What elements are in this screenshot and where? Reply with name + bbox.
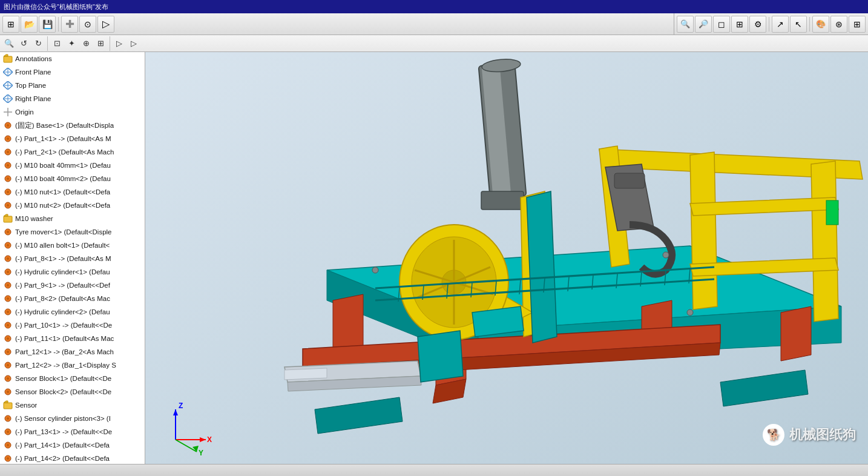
svg-point-20 — [7, 164, 9, 167]
tb2-view[interactable]: ⊡ — [50, 37, 64, 50]
tree-item-sensorcylpiston3[interactable]: (-) Sensor cylinder piston<3> (I — [0, 412, 145, 425]
tree-icon-m10nut2 — [2, 200, 13, 211]
save-button[interactable]: 💾 — [39, 16, 56, 33]
arrow-right-button[interactable]: ▷ — [97, 16, 114, 33]
svg-point-36 — [7, 271, 9, 273]
tree-label-part9-1: (-) Part_9<1> -> (Default<<Def — [15, 282, 110, 289]
svg-rect-55 — [4, 403, 12, 409]
tr-grid2-button[interactable]: ⊞ — [849, 16, 866, 33]
svg-point-48 — [7, 351, 9, 353]
tree-item-part8-2[interactable]: (-) Part_8<2> (Default<As Mac — [0, 292, 145, 305]
tree-item-origin[interactable]: Origin — [0, 105, 145, 119]
svg-point-50 — [7, 364, 9, 366]
svg-point-40 — [7, 297, 9, 300]
tree-item-tyremover1[interactable]: Tyre mover<1> (Default<Disple — [0, 225, 145, 239]
svg-point-18 — [7, 151, 9, 153]
tree-icon-front-plane — [2, 67, 13, 78]
tree-item-base1[interactable]: (固定) Base<1> (Default<Displa — [0, 119, 145, 132]
svg-point-42 — [7, 311, 9, 313]
tree-item-top-plane[interactable]: Top Plane — [0, 79, 145, 92]
tree-icon-part13-1 — [2, 426, 13, 437]
tree-label-top-plane: Top Plane — [15, 82, 46, 89]
tree-item-sensor[interactable]: Sensor — [0, 398, 145, 412]
tb2-undo[interactable]: ↺ — [17, 37, 30, 50]
tree-item-hydcyl1[interactable]: (-) Hydrulic cylinder<1> (Defau — [0, 265, 145, 279]
tree-item-right-plane[interactable]: Right Plane — [0, 92, 145, 105]
tree-item-part14-2[interactable]: (-) Part_14<2> (Default<<Defa — [0, 452, 145, 464]
watermark-text: 图片由微信公众号"机械图纸狗"发布 — [4, 2, 108, 12]
tree-icon-top-plane — [2, 80, 13, 91]
tree-item-part11-1[interactable]: (-) Part_11<1> (Default<As Mac — [0, 332, 145, 345]
tree-icon-right-plane — [2, 93, 13, 104]
tree-item-m10washer[interactable]: M10 washer — [0, 212, 145, 225]
tree-item-part12-2[interactable]: Part_12<2> -> (Bar_1<Display S — [0, 359, 145, 372]
tree-item-annotations[interactable]: Annotations — [0, 52, 145, 65]
rotate-button[interactable]: ⊙ — [79, 16, 96, 33]
tree-item-front-plane[interactable]: Front Plane — [0, 65, 145, 79]
tr-arrow2-button[interactable]: ↖ — [790, 16, 807, 33]
tree-item-m10nut2[interactable]: (-) M10 nut<2> (Default<<Defa — [0, 199, 145, 212]
tree-item-part14-1[interactable]: (-) Part_14<1> (Default<<Defa — [0, 438, 145, 452]
tree-item-m10bolt40-1[interactable]: (-) M10 boalt 40mm<1> (Defau — [0, 159, 145, 172]
new-button[interactable]: ⊞ — [2, 16, 19, 33]
tree-label-hydcyl1: (-) Hydrulic cylinder<1> (Defau — [15, 268, 110, 276]
add-button[interactable]: ✚ — [61, 16, 78, 33]
tr-view-button[interactable]: ◻ — [713, 16, 730, 33]
svg-point-60 — [7, 431, 9, 433]
tr-grid-button[interactable]: ⊞ — [731, 16, 748, 33]
tb2-play1[interactable]: ▷ — [113, 37, 126, 50]
tree-label-m10washer: M10 washer — [15, 215, 53, 222]
tree-item-m10bolt40-2[interactable]: (-) M10 boalt 40mm<2> (Defau — [0, 172, 145, 185]
status-bar — [0, 464, 868, 476]
tb2-redo[interactable]: ↻ — [31, 37, 45, 50]
svg-rect-0 — [4, 56, 12, 62]
tb2-play2[interactable]: ▷ — [127, 37, 140, 50]
tree-item-m10allenbolt1[interactable]: (-) M10 allen bolt<1> (Default< — [0, 239, 145, 252]
tree-label-front-plane: Front Plane — [15, 68, 51, 76]
tree-label-part14-2: (-) Part_14<2> (Default<<Defa — [15, 455, 110, 462]
tb2-grid[interactable]: ⊞ — [94, 37, 107, 50]
svg-text:Y: Y — [199, 449, 203, 457]
tr-zoom-button[interactable]: 🔎 — [695, 16, 712, 33]
3d-viewport[interactable]: Z X Y 🐕 机械图纸狗 — [145, 52, 868, 464]
svg-point-38 — [7, 284, 9, 286]
tree-item-part1[interactable]: (-) Part_1<1> -> (Default<As M — [0, 132, 145, 145]
tree-label-part11-1: (-) Part_11<1> (Default<As Mac — [15, 335, 114, 342]
tree-icon-sensor — [2, 400, 13, 411]
tree-item-m10nut1[interactable]: (-) M10 nut<1> (Default<<Defa — [0, 185, 145, 199]
tree-item-part2[interactable]: (-) Part_2<1> (Default<As Mach — [0, 145, 145, 159]
tree-icon-sensorblock2 — [2, 386, 13, 397]
tree-label-hydcyl2: (-) Hydrulic cylinder<2> (Defau — [15, 308, 110, 316]
svg-point-54 — [7, 391, 9, 393]
tree-icon-part2 — [2, 147, 13, 157]
tree-label-part10-1: (-) Part_10<1> -> (Default<<De — [15, 322, 112, 329]
tree-item-part13-1[interactable]: (-) Part_13<1> -> (Default<<De — [0, 425, 145, 438]
tree-item-sensorblock2[interactable]: Sensor Block<2> (Default<<De — [0, 385, 145, 398]
tree-item-part9-1[interactable]: (-) Part_9<1> -> (Default<<Def — [0, 279, 145, 292]
tree-item-part12-1[interactable]: Part_12<1> -> (Bar_2<As Mach — [0, 345, 145, 359]
tree-icon-part1 — [2, 133, 13, 144]
tree-icon-m10bolt40-1 — [2, 160, 13, 171]
tb2-add[interactable]: ⊕ — [79, 37, 93, 50]
tr-search-button[interactable]: 🔍 — [677, 16, 694, 33]
tree-label-tyremover1: Tyre mover<1> (Default<Disple — [15, 228, 111, 236]
tree-label-sensorblock1: Sensor Block<1> (Default<<De — [15, 375, 111, 382]
tree-label-part12-2: Part_12<2> -> (Bar_1<Display S — [15, 362, 116, 369]
tree-label-origin: Origin — [15, 108, 34, 116]
tree-item-hydcyl2[interactable]: (-) Hydrulic cylinder<2> (Defau — [0, 305, 145, 319]
tr-arrow1-button[interactable]: ↗ — [772, 16, 789, 33]
open-button[interactable]: 📂 — [21, 16, 38, 33]
tr-special-button[interactable]: ⊛ — [830, 16, 847, 33]
machine-illustration: Z X Y — [145, 52, 868, 464]
tb2-star[interactable]: ✦ — [65, 37, 78, 50]
tree-item-part10-1[interactable]: (-) Part_10<1> -> (Default<<De — [0, 319, 145, 332]
tb2-zoom[interactable]: 🔍 — [2, 37, 16, 50]
tr-color-button[interactable]: 🎨 — [812, 16, 829, 33]
svg-marker-93 — [690, 152, 717, 309]
tr-settings-button[interactable]: ⚙ — [749, 16, 766, 33]
tree-icon-m10allenbolt1 — [2, 240, 13, 251]
toolbar-sep-1 — [58, 17, 59, 31]
tree-icon-part14-1 — [2, 440, 13, 451]
tree-item-part8-1[interactable]: (-) Part_8<1> -> (Default<As M — [0, 252, 145, 265]
tree-item-sensorblock1[interactable]: Sensor Block<1> (Default<<De — [0, 372, 145, 385]
